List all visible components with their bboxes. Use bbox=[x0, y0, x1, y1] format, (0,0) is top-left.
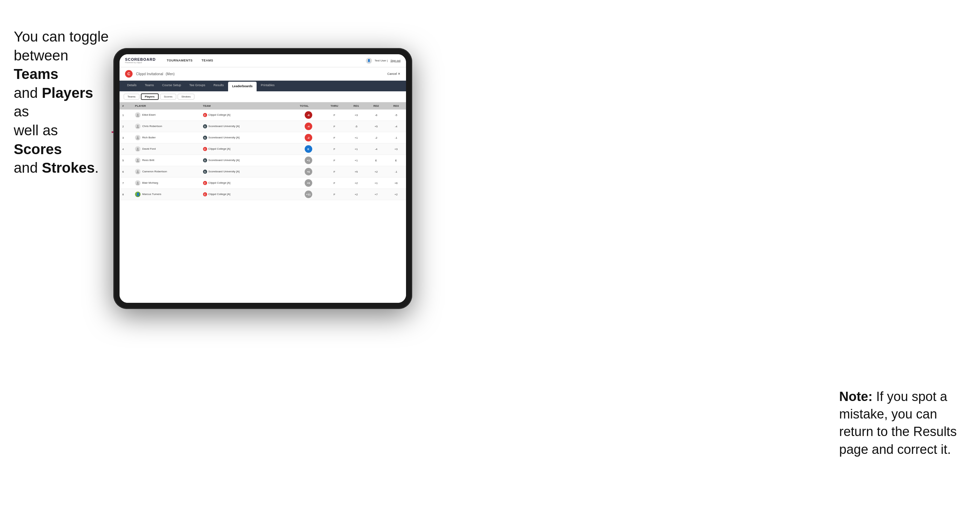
tablet-frame: SCOREBOARD Powered by clippd TOURNAMENTS… bbox=[113, 48, 412, 309]
col-total: TOTAL bbox=[277, 102, 323, 110]
logo-main-text: SCOREBOARD bbox=[125, 58, 156, 62]
signout-link[interactable]: Sign out bbox=[391, 59, 401, 62]
right-annotation: Note: If you spot a mistake, you can ret… bbox=[839, 388, 963, 458]
tab-course-setup[interactable]: Course Setup bbox=[158, 81, 185, 91]
tab-results[interactable]: Results bbox=[210, 81, 228, 91]
player-name: Elliot Ebert bbox=[142, 113, 156, 116]
svg-point-9 bbox=[137, 159, 139, 161]
team-name: Clippd College [A] bbox=[208, 147, 231, 150]
cell-rd2: -6 bbox=[366, 110, 386, 121]
player-avatar: 👤 bbox=[135, 192, 140, 197]
cell-thru: F bbox=[323, 132, 346, 143]
cell-total: -4 bbox=[277, 121, 323, 132]
cell-rank: 5 bbox=[119, 155, 132, 166]
player-name: David Ford bbox=[142, 147, 156, 150]
cell-rd1: +1 bbox=[346, 132, 366, 143]
cell-rank: 1 bbox=[119, 110, 132, 121]
team-logo: S bbox=[203, 170, 207, 174]
cell-rd2: -2 bbox=[366, 132, 386, 143]
team-name: Clippd College [A] bbox=[208, 113, 231, 116]
table-row: 6Cameron RobertsonSScoreboard University… bbox=[119, 166, 406, 178]
cell-rd3: -5 bbox=[386, 110, 406, 121]
top-nav: SCOREBOARD Powered by clippd TOURNAMENTS… bbox=[119, 54, 406, 67]
col-thru: THRU bbox=[323, 102, 346, 110]
cell-rd2: +5 bbox=[366, 121, 386, 132]
col-rank: # bbox=[119, 102, 132, 110]
players-table: # PLAYER TEAM TOTAL THRU RD1 RD2 RD3 1El… bbox=[119, 102, 406, 200]
tab-bar: Details Teams Course Setup Tee Groups Re… bbox=[119, 81, 406, 91]
table-row: 2Chris RobertsonSScoreboard University [… bbox=[119, 121, 406, 132]
cell-total: +6 bbox=[277, 166, 323, 178]
sub-toggle-bar: Teams Players Scores Strokes bbox=[119, 91, 406, 102]
svg-point-11 bbox=[137, 170, 139, 172]
cell-rd3: +6 bbox=[386, 178, 406, 189]
team-name: Clippd College [A] bbox=[208, 193, 231, 196]
tab-leaderboards[interactable]: Leaderboards bbox=[228, 82, 257, 91]
cell-rd2: +7 bbox=[366, 189, 386, 200]
team-logo: C bbox=[203, 181, 207, 185]
leaderboard-table: # PLAYER TEAM TOTAL THRU RD1 RD2 RD3 1El… bbox=[119, 102, 406, 303]
cell-team: CClippd College [A] bbox=[200, 178, 277, 189]
cell-rd2: E bbox=[366, 155, 386, 166]
player-name: Cameron Robertson bbox=[142, 170, 167, 173]
tab-details[interactable]: Details bbox=[123, 81, 141, 91]
cell-total: +1 bbox=[277, 155, 323, 166]
toggle-players[interactable]: Players bbox=[141, 94, 159, 100]
cell-thru: F bbox=[323, 178, 346, 189]
table-body: 1Elliot EbertCClippd College [A]-8F+3-6-… bbox=[119, 110, 406, 200]
tab-printables[interactable]: Printables bbox=[256, 81, 278, 91]
cell-team: SScoreboard University [A] bbox=[200, 155, 277, 166]
tournament-header: C Clippd Invitational (Men) Cancel ✕ bbox=[119, 67, 406, 81]
cell-team: CClippd College [A] bbox=[200, 143, 277, 155]
table-row: 1Elliot EbertCClippd College [A]-8F+3-6-… bbox=[119, 110, 406, 121]
player-avatar bbox=[135, 135, 140, 140]
cell-total: +11 bbox=[277, 189, 323, 200]
user-label: Test User | bbox=[375, 59, 388, 62]
cell-rd1: +1 bbox=[346, 143, 366, 155]
player-avatar bbox=[135, 124, 140, 129]
tab-tee-groups[interactable]: Tee Groups bbox=[185, 81, 210, 91]
cell-total: -8 bbox=[277, 110, 323, 121]
score-badge: E bbox=[305, 145, 312, 153]
cell-player: David Ford bbox=[132, 143, 200, 155]
nav-tournaments[interactable]: TOURNAMENTS bbox=[162, 54, 196, 67]
player-avatar bbox=[135, 112, 140, 118]
table-row: 5Rees BrittSScoreboard University [A]+1F… bbox=[119, 155, 406, 166]
cell-rd1: +2 bbox=[346, 189, 366, 200]
svg-point-3 bbox=[137, 125, 139, 127]
table-header-row: # PLAYER TEAM TOTAL THRU RD1 RD2 RD3 bbox=[119, 102, 406, 110]
score-badge: -8 bbox=[305, 111, 312, 119]
cell-thru: F bbox=[323, 166, 346, 178]
nav-teams[interactable]: TEAMS bbox=[197, 54, 218, 67]
table-row: 3Rich ButlerSScoreboard University [A]-2… bbox=[119, 132, 406, 143]
logo-sub-text: Powered by clippd bbox=[125, 62, 156, 63]
toggle-strokes[interactable]: Strokes bbox=[178, 94, 194, 100]
player-name: Rees Britt bbox=[142, 159, 154, 162]
score-badge: +11 bbox=[305, 190, 312, 198]
cell-total: +9 bbox=[277, 178, 323, 189]
cancel-button[interactable]: Cancel ✕ bbox=[387, 72, 401, 76]
cell-rd1: -5 bbox=[346, 121, 366, 132]
nav-right: 👤 Test User | Sign out bbox=[366, 58, 401, 64]
cell-rd1: +3 bbox=[346, 110, 366, 121]
cell-rd1: +1 bbox=[346, 155, 366, 166]
col-player: PLAYER bbox=[132, 102, 200, 110]
tab-teams[interactable]: Teams bbox=[141, 81, 158, 91]
svg-point-7 bbox=[137, 148, 139, 149]
tournament-logo: C bbox=[125, 70, 133, 78]
cell-team: SScoreboard University [A] bbox=[200, 132, 277, 143]
table-row: 8👤Marcus TurnersCClippd College [A]+11F+… bbox=[119, 189, 406, 200]
cell-rd2: -4 bbox=[366, 143, 386, 155]
svg-point-14 bbox=[136, 183, 139, 185]
nav-links: TOURNAMENTS TEAMS bbox=[162, 54, 366, 67]
svg-point-8 bbox=[136, 149, 139, 151]
toggle-scores[interactable]: Scores bbox=[160, 94, 176, 100]
user-icon: 👤 bbox=[366, 58, 372, 64]
player-avatar bbox=[135, 180, 140, 186]
toggle-teams[interactable]: Teams bbox=[124, 94, 140, 100]
table-row: 4David FordCClippd College [A]EF+1-4+3 bbox=[119, 143, 406, 155]
cell-player: Rees Britt bbox=[132, 155, 200, 166]
cell-thru: F bbox=[323, 121, 346, 132]
cell-player: Cameron Robertson bbox=[132, 166, 200, 178]
player-name: Rich Butler bbox=[142, 136, 156, 139]
